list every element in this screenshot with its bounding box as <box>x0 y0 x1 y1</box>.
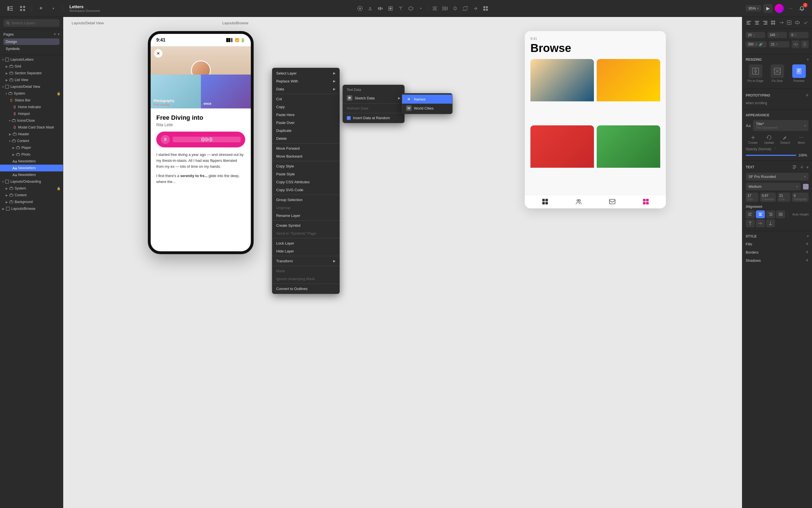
font-weight-selector[interactable]: Medium ▾ <box>746 183 801 190</box>
inspector-icon-7[interactable] <box>794 19 801 26</box>
menu-rename-layer[interactable]: Rename Layer <box>272 212 339 219</box>
add-prototype-icon[interactable]: + <box>806 92 809 98</box>
char-spacing-field[interactable]: 0.67 Character <box>760 193 776 202</box>
add-fill-btn[interactable]: + <box>806 241 809 247</box>
dropdown-arrow-icon[interactable]: ▾ <box>417 4 425 13</box>
zoom-control[interactable]: 95% ▾ <box>746 5 761 11</box>
align-icon[interactable] <box>430 4 439 13</box>
layer-list-view[interactable]: ▶ List View <box>0 77 63 83</box>
data-sketch-data[interactable]: Sketch Data ▶ <box>343 93 404 102</box>
menu-paste-here[interactable]: Paste Here <box>272 111 339 119</box>
add-page-icon[interactable]: + <box>54 32 56 37</box>
layer-content-onboarding[interactable]: ▶ Content <box>0 192 63 199</box>
inspector-icon-5[interactable] <box>778 19 784 26</box>
x-field[interactable]: 20 X <box>746 32 765 38</box>
sync-icon[interactable] <box>461 4 470 13</box>
text-settings-icon[interactable] <box>799 164 805 170</box>
search-input[interactable] <box>11 21 57 25</box>
layer-modal-card[interactable]: Modal Card Stack Mask <box>0 124 63 131</box>
layer-layouts-letters[interactable]: ▾ Layouts/Letters <box>0 56 63 63</box>
layer-icons-close[interactable]: ▾ Icons/Close <box>0 117 63 124</box>
valign-bottom-btn[interactable] <box>766 219 775 227</box>
share-icon[interactable] <box>481 4 490 13</box>
distribute-icon[interactable] <box>376 4 385 13</box>
layer-newsletters-1[interactable]: Aa Newsletters <box>0 158 63 165</box>
page-design[interactable]: Design <box>3 38 59 45</box>
mask-icon[interactable] <box>386 4 395 13</box>
data-insert-random[interactable]: ✓ Insert Data at Random <box>343 114 404 122</box>
menu-send-symbols[interactable]: Send to "Symbols" Page <box>272 229 339 237</box>
menu-lock-layer[interactable]: Lock Layer <box>272 239 339 247</box>
align-right-btn[interactable] <box>766 210 775 218</box>
text-collapse-icon[interactable]: ▾ <box>806 165 809 170</box>
menu-transform[interactable]: Transform ▶ <box>272 257 339 265</box>
layer-status-bar[interactable]: Status Bar <box>0 97 63 103</box>
add-shadow-btn[interactable]: + <box>806 258 809 263</box>
layer-newsletters-selected[interactable]: Aa Newsletters <box>0 165 63 171</box>
layer-layouts-onboarding[interactable]: ▾ Layouts/Onboarding <box>0 178 63 185</box>
pin-to-edge-option[interactable]: Pin to Edge <box>746 65 765 82</box>
menu-replace-with[interactable]: Replace With ▶ <box>272 77 339 85</box>
collapse-icon[interactable]: ▾ <box>807 57 809 61</box>
menu-ungroup[interactable]: Ungroup <box>272 204 339 212</box>
layer-layouts-browse[interactable]: ▶ Layouts/Browse <box>0 205 63 212</box>
layer-header[interactable]: ▶ Header <box>0 131 63 137</box>
component-icon[interactable] <box>406 4 415 13</box>
close-button[interactable]: ✕ <box>154 49 162 57</box>
update-action[interactable]: Update <box>762 135 776 144</box>
sidebar-toggle-icon[interactable] <box>6 4 15 13</box>
detach-action[interactable]: Detach <box>778 135 793 144</box>
style-collapse-icon[interactable]: ▾ <box>807 235 809 238</box>
grid-view-icon[interactable] <box>18 4 27 13</box>
text-icon[interactable] <box>396 4 405 13</box>
menu-move-forward[interactable]: Move Forward <box>272 144 339 152</box>
preview-option[interactable]: Preview <box>789 65 809 82</box>
names-item-world-cities[interactable]: W World Cities <box>402 103 452 113</box>
menu-mask[interactable]: Mask <box>272 267 339 275</box>
paragraph-field[interactable]: 0 Paragraph <box>792 193 809 202</box>
align-center-btn[interactable] <box>756 210 765 218</box>
menu-convert-outlines[interactable]: Convert to Outlines <box>272 285 339 293</box>
menu-select-layer[interactable]: Select Layer ▶ <box>272 69 339 77</box>
more-options-icon[interactable]: ··· <box>786 4 795 13</box>
font-size-field[interactable]: 17 Size <box>746 193 758 202</box>
menu-ignore-mask[interactable]: Ignore Underlying Mask <box>272 275 339 283</box>
menu-duplicate[interactable]: Duplicate <box>272 127 339 134</box>
w-field[interactable]: 350 W 🔗 <box>746 41 767 47</box>
text-color-swatch[interactable] <box>803 184 809 189</box>
inspector-icon-6[interactable] <box>786 19 793 26</box>
layer-photo[interactable]: ▶ Photo <box>0 151 63 158</box>
menu-copy[interactable]: Copy <box>272 103 339 111</box>
upload-icon[interactable] <box>366 4 375 13</box>
create-action[interactable]: Create <box>746 135 760 144</box>
names-item-names[interactable]: N Names <box>402 95 452 103</box>
layer-player[interactable]: ▶ Player <box>0 144 63 151</box>
add-dropdown-icon[interactable]: ▾ <box>49 4 58 13</box>
fix-size-option[interactable]: Fix Size <box>767 65 787 82</box>
pages-dropdown-icon[interactable]: ▾ <box>58 32 59 37</box>
align-justify-btn[interactable] <box>776 210 785 218</box>
inspector-icon-8[interactable] <box>802 19 809 26</box>
valign-middle-btn[interactable] <box>756 219 765 227</box>
add-icon[interactable]: + <box>36 4 45 13</box>
align2-icon[interactable] <box>440 4 449 13</box>
text-layers-icon[interactable] <box>792 164 797 170</box>
menu-data[interactable]: Data ▶ <box>272 85 339 93</box>
menu-delete[interactable]: Delete <box>272 134 339 142</box>
opacity-slider[interactable] <box>746 155 796 156</box>
layer-hotspot[interactable]: Hotspot <box>0 111 63 117</box>
flip-v-icon[interactable] <box>801 40 809 48</box>
layer-newsletters-3[interactable]: Aa Newsletters <box>0 171 63 178</box>
layer-system-onboarding[interactable]: ▶ System 🔒 <box>0 185 63 192</box>
inspector-align-left-icon[interactable] <box>746 19 752 26</box>
menu-paste-style[interactable]: Paste Style <box>272 170 339 178</box>
line-height-field[interactable]: 21 Line <box>777 193 790 202</box>
inspector-icon-4[interactable] <box>770 19 776 26</box>
menu-copy-svg[interactable]: Copy SVG Code <box>272 186 339 194</box>
page-symbols[interactable]: Symbols <box>3 45 59 52</box>
menu-copy-style[interactable]: Copy Style <box>272 162 339 170</box>
h-field[interactable]: 21 H <box>769 41 790 47</box>
nav-apps[interactable] <box>642 198 649 205</box>
font-select[interactable]: SF Pro Rounded ▾ <box>746 173 809 180</box>
menu-hide-layer[interactable]: Hide Layer <box>272 247 339 255</box>
